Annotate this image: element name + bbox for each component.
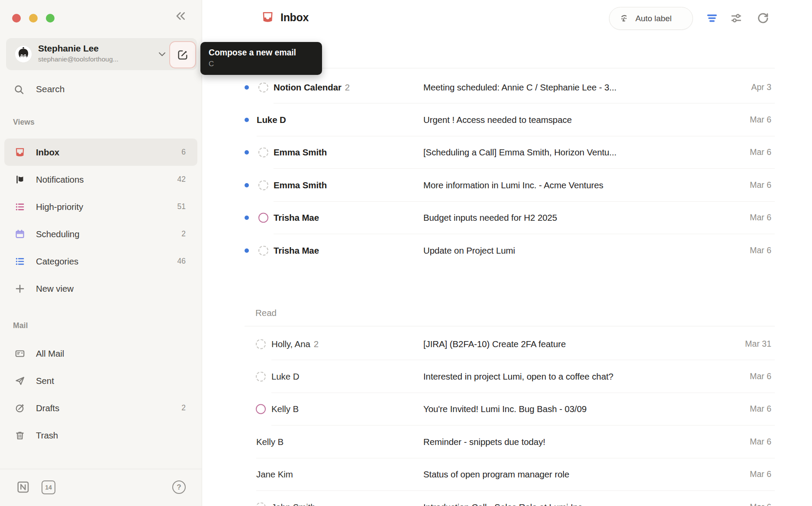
email-date: Mar 6 xyxy=(750,502,771,506)
email-row[interactable]: John Smith Introduction Call - Sales Rol… xyxy=(216,491,775,506)
sidebar-item-high-priority[interactable]: High-priority 51 xyxy=(4,193,197,220)
views-nav: Inbox 6 Notifications 42 High-priority 5… xyxy=(4,139,197,302)
avatar-placeholder-circle[interactable] xyxy=(258,180,268,190)
unread-dot xyxy=(245,248,249,253)
sidebar-item-trash[interactable]: Trash xyxy=(4,422,197,449)
priority-list-icon xyxy=(14,201,26,213)
email-subject: [Scheduling a Call] Emma Smith, Horizon … xyxy=(423,147,616,158)
avatar-placeholder-circle[interactable] xyxy=(256,339,266,349)
collapse-sidebar-icon[interactable] xyxy=(171,7,190,25)
categories-list-icon xyxy=(14,256,26,267)
sender-name: Trisha Mae xyxy=(274,213,319,222)
avatar-ring[interactable] xyxy=(256,404,266,414)
sidebar-item-label: Inbox xyxy=(36,147,59,158)
sidebar-item-label: Trash xyxy=(36,430,58,441)
email-row[interactable]: Jane Kim Status of open program manager … xyxy=(216,458,775,491)
email-subject: Status of open program manager role xyxy=(423,469,569,480)
read-section-divider xyxy=(245,326,775,326)
avatar-ring[interactable] xyxy=(258,213,268,223)
tooltip-title: Compose a new email xyxy=(209,48,314,58)
email-date: Apr 3 xyxy=(751,82,771,92)
email-subject: More information in Lumi Inc. - Acme Ven… xyxy=(423,180,603,190)
account-switcher[interactable]: Stephanie Lee stephanie@toolsforthoug... xyxy=(6,38,197,70)
compose-button[interactable] xyxy=(169,41,196,68)
plus-icon xyxy=(14,283,26,294)
avatar-placeholder-circle[interactable] xyxy=(256,502,266,506)
draft-pencil-icon xyxy=(14,403,26,414)
envelope-icon xyxy=(14,348,26,359)
email-row[interactable]: Kelly B Reminder - snippets due today! M… xyxy=(216,425,775,458)
sender-name: Jane Kim xyxy=(256,469,293,479)
chevron-down-icon[interactable] xyxy=(158,52,166,57)
sidebar-item-count: 6 xyxy=(181,148,186,157)
sidebar-item-sent[interactable]: Sent xyxy=(4,367,197,394)
compose-tooltip: Compose a new email C xyxy=(200,42,322,75)
notion-logo-icon[interactable] xyxy=(16,480,30,494)
unread-dot xyxy=(245,85,249,90)
window-controls xyxy=(12,14,55,23)
tooltip-shortcut: C xyxy=(209,60,314,68)
close-window-button[interactable] xyxy=(12,14,21,23)
avatar-placeholder-circle[interactable] xyxy=(258,148,268,158)
email-date: Mar 6 xyxy=(750,437,771,447)
notifications-icon xyxy=(14,174,26,185)
sidebar-item-new-view[interactable]: New view xyxy=(4,275,197,302)
email-date: Mar 6 xyxy=(750,245,771,255)
search-label: Search xyxy=(36,84,65,94)
calendar-icon xyxy=(14,229,26,240)
email-date: Mar 6 xyxy=(750,371,771,381)
notion-calendar-icon[interactable]: 14 xyxy=(42,480,55,494)
unread-dot xyxy=(245,216,249,220)
profile-name: Stephanie Lee xyxy=(38,43,99,54)
email-row[interactable]: Trisha Mae Update on Project Lumi Mar 6 xyxy=(216,234,775,267)
email-row[interactable]: Luke D Interested in project Lumi, open … xyxy=(216,360,775,393)
email-row[interactable]: Notion Calendar2 Meeting scheduled: Anni… xyxy=(216,71,775,103)
sidebar-item-label: New view xyxy=(36,284,74,294)
help-icon[interactable]: ? xyxy=(172,480,186,494)
sidebar-item-count: 2 xyxy=(181,403,186,413)
mail-list-pane: Inbox Auto label Notion Calendar2 Mee xyxy=(202,0,812,506)
sidebar-item-label: Notifications xyxy=(36,174,84,185)
sender-name: Notion Calendar xyxy=(274,82,342,92)
email-row[interactable]: Luke D Urgent ! Access needed to teamspa… xyxy=(216,103,775,136)
email-subject: Update on Project Lumi xyxy=(423,245,515,255)
email-row[interactable]: Emma Smith [Scheduling a Call] Emma Smit… xyxy=(216,136,775,169)
email-subject: [JIRA] (B2FA-10) Create 2FA feature xyxy=(423,338,566,349)
mail-section-label: Mail xyxy=(13,321,28,330)
avatar-placeholder-circle[interactable] xyxy=(256,372,266,382)
views-section-label: Views xyxy=(13,118,35,127)
sidebar-item-count: 2 xyxy=(181,229,186,238)
zoom-window-button[interactable] xyxy=(46,14,55,23)
sidebar-item-notifications[interactable]: Notifications 42 xyxy=(4,166,197,193)
sidebar-item-drafts[interactable]: Drafts 2 xyxy=(4,394,197,422)
read-section-label: Read xyxy=(255,308,277,318)
avatar-placeholder-circle[interactable] xyxy=(258,82,268,92)
email-row[interactable]: Trisha Mae Budget inputs needed for H2 2… xyxy=(216,202,775,234)
sender-name: Luke D xyxy=(257,115,286,125)
email-date: Mar 6 xyxy=(750,469,771,479)
profile-email: stephanie@toolsforthoug... xyxy=(38,55,119,63)
email-subject: You're Invited! Lumi Inc. Bug Bash - 03/… xyxy=(423,404,586,414)
sender-name: Holly, Ana xyxy=(271,338,310,348)
sidebar-item-scheduling[interactable]: Scheduling 2 xyxy=(4,220,197,248)
email-row[interactable]: Holly, Ana2 [JIRA] (B2FA-10) Create 2FA … xyxy=(216,328,775,360)
sender-name: Kelly B xyxy=(256,436,284,446)
email-row[interactable]: Kelly B You're Invited! Lumi Inc. Bug Ba… xyxy=(216,393,775,425)
email-date: Mar 6 xyxy=(750,115,771,125)
sidebar-item-label: All Mail xyxy=(36,348,64,359)
sidebar-item-all-mail[interactable]: All Mail xyxy=(4,340,197,367)
sidebar-footer-divider xyxy=(0,469,202,469)
email-row[interactable]: Emma Smith More information in Lumi Inc.… xyxy=(216,169,775,201)
thread-count: 2 xyxy=(345,82,350,92)
email-list: Notion Calendar2 Meeting scheduled: Anni… xyxy=(216,0,775,506)
sender-name: Emma Smith xyxy=(274,147,327,157)
avatar-placeholder-circle[interactable] xyxy=(258,245,268,255)
avatar xyxy=(15,46,32,62)
minimize-window-button[interactable] xyxy=(29,14,38,23)
sidebar-item-search[interactable]: Search xyxy=(0,78,202,102)
email-subject: Interested in project Lumi, open to a co… xyxy=(423,371,613,382)
email-date: Mar 6 xyxy=(750,213,771,222)
sidebar-item-inbox[interactable]: Inbox 6 xyxy=(4,139,197,166)
email-date: Mar 6 xyxy=(750,180,771,190)
sidebar-item-categories[interactable]: Categories 46 xyxy=(4,248,197,275)
